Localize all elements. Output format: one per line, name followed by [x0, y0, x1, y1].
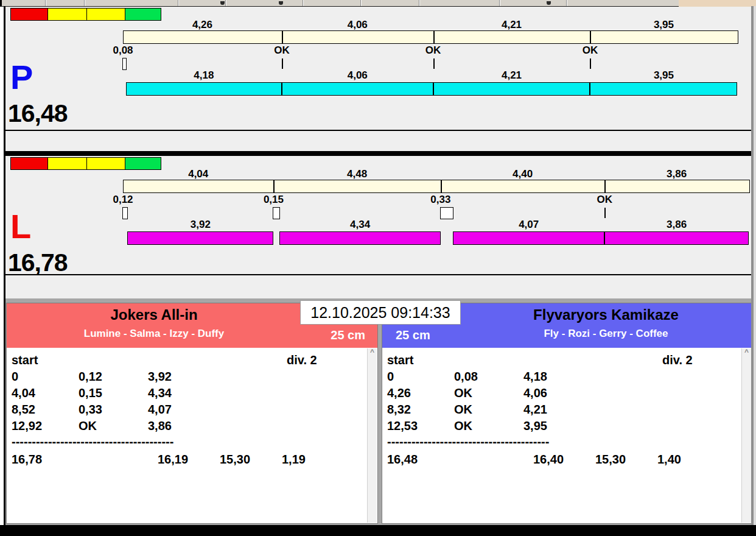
toolbar-strip[interactable] — [0, 0, 756, 7]
traffic-light-strip — [10, 8, 161, 21]
table-cell: 4,07 — [148, 403, 172, 417]
split-segment-time: 4,40 — [494, 168, 552, 180]
table-cell: 0,33 — [79, 403, 102, 417]
table-cell: 0,15 — [79, 386, 102, 400]
table-cell: 0 — [387, 370, 394, 384]
split-time-bar — [123, 180, 750, 193]
team-name: Jokers All-in — [7, 306, 301, 323]
chevron-down-icon — [547, 1, 551, 5]
table-total-cell: 15,30 — [220, 453, 250, 467]
team-results-table: start div. 2 ---------------------------… — [382, 348, 752, 523]
table-scrollbar[interactable]: ^ — [741, 348, 751, 523]
lane-letter: L — [10, 210, 31, 244]
pass-label: 0,12 — [94, 194, 152, 206]
run-time-bar-segment — [433, 82, 590, 96]
lane-letter: P — [10, 60, 33, 94]
pass-label: 0,33 — [411, 194, 470, 206]
lane-right-p: P 16,48 4,264,064,213,950,08OKOKOK4,184,… — [5, 7, 751, 131]
table-cell: 0,08 — [454, 370, 478, 384]
traffic-light-cell — [10, 157, 48, 170]
table-cell: 0 — [12, 370, 18, 384]
table-total-cell: 16,19 — [158, 453, 188, 467]
split-segment-time: 4,21 — [483, 19, 541, 31]
split-segment-time: 3,95 — [634, 19, 693, 31]
lane-total-time: 16,78 — [8, 249, 68, 277]
table-cell: 4,04 — [12, 386, 35, 400]
toolbar-separator — [45, 0, 46, 6]
table-cell: OK — [454, 386, 472, 400]
split-segment-time: 4,06 — [328, 19, 387, 31]
table-cell: 0,12 — [79, 370, 102, 384]
team-results-table: start div. 2 ---------------------------… — [7, 348, 377, 523]
table-scrollbar[interactable]: ^ — [367, 348, 377, 523]
toolbar-separator — [303, 0, 303, 6]
table-start-label: start — [12, 353, 38, 367]
jump-height-badge: 25 cm — [331, 328, 365, 342]
pass-ok-tick — [433, 58, 435, 69]
traffic-light-cell — [86, 8, 125, 21]
scroll-up-icon[interactable]: ^ — [368, 348, 377, 356]
datetime-display: 12.10.2025 09:14:33 — [300, 300, 461, 325]
run-segment-time: 4,34 — [331, 219, 390, 231]
window-border-left — [4, 6, 5, 525]
split-bar-separator — [273, 180, 275, 192]
split-segment-time: 3,86 — [648, 168, 706, 180]
team-panel-left: Jokers All-in Lumine - Salma - Izzy - Du… — [6, 303, 378, 524]
team-dogs: Fly - Rozi - Gerry - Coffee — [460, 328, 752, 340]
scroll-up-icon[interactable]: ^ — [742, 348, 751, 356]
pass-label: OK — [404, 44, 463, 57]
toolbar-separator — [84, 0, 85, 6]
table-cell: OK — [79, 419, 97, 433]
run-segment-time: 4,07 — [500, 219, 558, 231]
table-cell: 12,92 — [12, 419, 42, 433]
table-cell: OK — [454, 419, 472, 433]
pass-label: 0,15 — [244, 194, 303, 206]
toolbar-separator — [178, 0, 178, 6]
split-bar-separator — [441, 180, 442, 192]
split-segment-time: 4,48 — [328, 168, 387, 180]
table-cell: 4,26 — [387, 386, 411, 400]
team-panels-frame: Jokers All-in Lumine - Salma - Izzy - Du… — [5, 298, 752, 525]
table-cell: 4,34 — [148, 386, 172, 400]
split-bar-separator — [433, 31, 435, 43]
traffic-light-cell — [10, 8, 48, 21]
toolbar-separator — [419, 0, 419, 6]
run-time-bar-segment — [604, 231, 748, 245]
table-total-cell: 16,48 — [387, 453, 418, 467]
traffic-light-cell — [125, 8, 161, 21]
table-total-cell: 1,19 — [282, 453, 306, 467]
table-cell: 3,95 — [523, 419, 547, 433]
table-total-cell: 16,78 — [12, 453, 42, 467]
table-cell: 8,32 — [387, 403, 411, 417]
traffic-light-strip — [10, 157, 161, 170]
pass-label: OK — [253, 44, 311, 57]
pass-fault-box — [122, 207, 128, 219]
window-edge-right — [754, 6, 756, 525]
toolbar-glyph-fragment — [220, 1, 225, 5]
run-segment-time: 3,95 — [634, 69, 693, 82]
traffic-light-cell — [47, 157, 87, 170]
run-time-bar-segment — [127, 231, 273, 245]
team-panel-right: Flyvaryors Kamikaze Fly - Rozi - Gerry -… — [382, 303, 752, 524]
traffic-light-cell — [86, 157, 125, 170]
table-separator: ---------------------------------------- — [387, 435, 583, 448]
spacer-strip — [5, 131, 751, 151]
bottom-black-bar — [0, 525, 756, 536]
pass-fault-box — [122, 58, 127, 70]
run-segment-time: 3,92 — [171, 219, 229, 231]
pass-fault-box — [440, 207, 453, 219]
toolbar-separator — [566, 0, 567, 6]
table-total-cell: 15,30 — [595, 453, 626, 467]
team-dogs: Lumine - Salma - Izzy - Duffy — [7, 328, 301, 340]
table-start-label: start — [387, 353, 413, 367]
lane-divider — [4, 151, 754, 156]
split-bar-separator — [282, 31, 283, 43]
toolbar-separator — [360, 0, 361, 6]
split-bar-separator — [590, 31, 591, 43]
run-segment-time: 4,21 — [483, 69, 541, 82]
run-segment-time: 4,06 — [328, 69, 387, 82]
table-cell: 3,86 — [148, 419, 172, 433]
table-division-label: div. 2 — [287, 353, 317, 367]
run-segment-time: 3,86 — [648, 219, 706, 231]
pass-ok-tick — [604, 208, 606, 218]
